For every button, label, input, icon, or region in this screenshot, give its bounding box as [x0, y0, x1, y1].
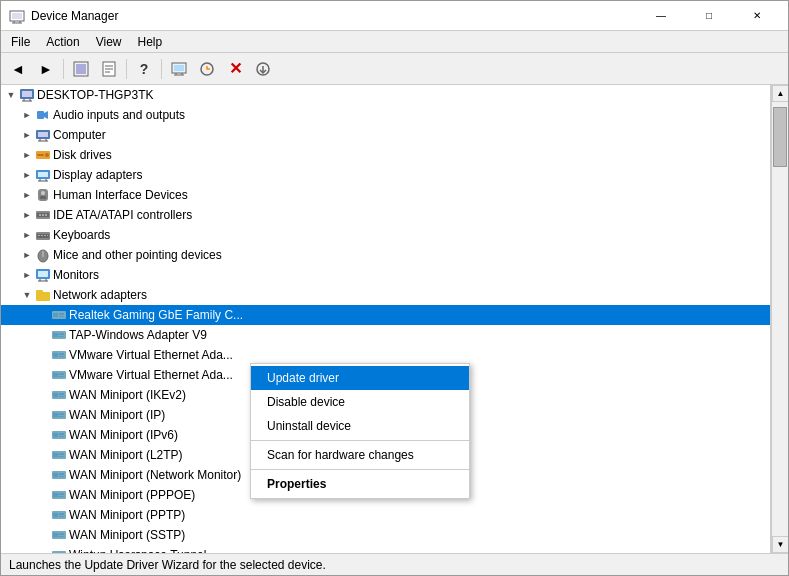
monitor-button[interactable]: [166, 56, 192, 82]
context-menu-separator-1: [251, 440, 469, 441]
wan-pptp-label: WAN Miniport (PPTP): [69, 508, 185, 522]
wan-l2tp-expander[interactable]: [35, 447, 51, 463]
scroll-thumb[interactable]: [773, 107, 787, 167]
tree-item-keyboards[interactable]: ► Keyboards: [1, 225, 770, 245]
computer-expander[interactable]: ►: [19, 127, 35, 143]
tree-item-network[interactable]: ▼ Network adapters: [1, 285, 770, 305]
context-menu-uninstall-device[interactable]: Uninstall device: [251, 414, 469, 438]
scrollbar[interactable]: ▲ ▼: [771, 85, 788, 553]
tree-item-mice[interactable]: ► Mice and other pointing devices: [1, 245, 770, 265]
network-adapter-icon-tap: [51, 327, 67, 343]
tree-item-wan-pptp[interactable]: WAN Miniport (PPTP): [1, 505, 770, 525]
display-expander[interactable]: ►: [19, 167, 35, 183]
svg-rect-77: [53, 373, 58, 377]
tree-item-hid[interactable]: ► Human Interface Devices: [1, 185, 770, 205]
hid-expander[interactable]: ►: [19, 187, 35, 203]
wan-pppoe-label: WAN Miniport (PPPOE): [69, 488, 195, 502]
root-expander[interactable]: ▼: [3, 87, 19, 103]
menu-file[interactable]: File: [3, 33, 38, 51]
mice-expander[interactable]: ►: [19, 247, 35, 263]
context-menu-properties[interactable]: Properties: [251, 472, 469, 496]
wan-ip-expander[interactable]: [35, 407, 51, 423]
show-hide-button[interactable]: [68, 56, 94, 82]
keyboards-expander[interactable]: ►: [19, 227, 35, 243]
ide-label: IDE ATA/ATAPI controllers: [53, 208, 192, 222]
wan-sstp-expander[interactable]: [35, 527, 51, 543]
tree-item-audio[interactable]: ► Audio inputs and outputs: [1, 105, 770, 125]
close-button[interactable]: ✕: [734, 1, 780, 31]
download-button[interactable]: [250, 56, 276, 82]
keyboard-icon: [35, 227, 51, 243]
context-menu-update-driver[interactable]: Update driver: [251, 366, 469, 390]
hid-icon: [35, 187, 51, 203]
tree-item-tap[interactable]: TAP-Windows Adapter V9: [1, 325, 770, 345]
svg-rect-51: [44, 235, 46, 236]
tree-item-wintun[interactable]: Wintun Userspace Tunnel: [1, 545, 770, 553]
toolbar-separator-3: [161, 59, 162, 79]
network-adapter-icon-wan5: [51, 467, 67, 483]
wan-ipv6-label: WAN Miniport (IPv6): [69, 428, 178, 442]
svg-rect-110: [59, 533, 64, 535]
tree-item-wan-sstp[interactable]: WAN Miniport (SSTP): [1, 525, 770, 545]
maximize-button[interactable]: □: [686, 1, 732, 31]
tree-panel[interactable]: ▼ DESKTOP-THGP3TK ► Audio inputs and out…: [1, 85, 771, 553]
computer-icon: [19, 87, 35, 103]
monitors-label: Monitors: [53, 268, 99, 282]
tree-root[interactable]: ▼ DESKTOP-THGP3TK: [1, 85, 770, 105]
vmware1-expander[interactable]: [35, 347, 51, 363]
svg-rect-101: [53, 493, 58, 497]
svg-rect-70: [59, 333, 64, 335]
svg-rect-87: [59, 416, 64, 417]
svg-rect-103: [59, 496, 64, 497]
forward-button[interactable]: ►: [33, 56, 59, 82]
scroll-track[interactable]: [772, 102, 788, 536]
scan-button[interactable]: [194, 56, 220, 82]
context-menu-disable-device[interactable]: Disable device: [251, 390, 469, 414]
wan-netmon-expander[interactable]: [35, 467, 51, 483]
monitors-expander[interactable]: ►: [19, 267, 35, 283]
window-title: Device Manager: [31, 9, 638, 23]
disk-icon: [35, 147, 51, 163]
properties-button[interactable]: [96, 56, 122, 82]
svg-rect-105: [53, 513, 58, 517]
svg-rect-20: [22, 91, 32, 97]
audio-expander[interactable]: ►: [19, 107, 35, 123]
menu-help[interactable]: Help: [130, 33, 171, 51]
scroll-up-button[interactable]: ▲: [772, 85, 788, 102]
mice-label: Mice and other pointing devices: [53, 248, 222, 262]
menu-view[interactable]: View: [88, 33, 130, 51]
tap-expander[interactable]: [35, 327, 51, 343]
svg-rect-74: [59, 353, 64, 355]
svg-rect-91: [59, 436, 64, 437]
wintun-expander[interactable]: [35, 547, 51, 553]
menu-action[interactable]: Action: [38, 33, 87, 51]
help-button[interactable]: ?: [131, 56, 157, 82]
wan-ikev2-expander[interactable]: [35, 387, 51, 403]
scroll-down-button[interactable]: ▼: [772, 536, 788, 553]
display-label: Display adapters: [53, 168, 142, 182]
uninstall-button[interactable]: ✕: [222, 56, 248, 82]
ide-expander[interactable]: ►: [19, 207, 35, 223]
svg-rect-65: [53, 313, 58, 317]
realtek-expander[interactable]: [35, 307, 51, 323]
network-expander[interactable]: ▼: [19, 287, 35, 303]
tree-item-realtek[interactable]: Realtek Gaming GbE Family C...: [1, 305, 770, 325]
context-menu-scan-hardware[interactable]: Scan for hardware changes: [251, 443, 469, 467]
tree-item-computer[interactable]: ► Computer: [1, 125, 770, 145]
tree-item-vmware1[interactable]: VMware Virtual Ethernet Ada...: [1, 345, 770, 365]
vmware2-expander[interactable]: [35, 367, 51, 383]
svg-rect-99: [59, 476, 64, 477]
disk-expander[interactable]: ►: [19, 147, 35, 163]
wan-ipv6-expander[interactable]: [35, 427, 51, 443]
wan-pptp-expander[interactable]: [35, 507, 51, 523]
svg-rect-106: [59, 513, 64, 515]
tree-item-monitors[interactable]: ► Monitors: [1, 265, 770, 285]
svg-rect-44: [39, 214, 41, 216]
tree-item-ide[interactable]: ► IDE ATA/ATAPI controllers: [1, 205, 770, 225]
minimize-button[interactable]: —: [638, 1, 684, 31]
tree-item-display[interactable]: ► Display adapters: [1, 165, 770, 185]
tree-item-disk[interactable]: ► Disk drives: [1, 145, 770, 165]
back-button[interactable]: ◄: [5, 56, 31, 82]
wan-pppoe-expander[interactable]: [35, 487, 51, 503]
context-menu-separator-2: [251, 469, 469, 470]
